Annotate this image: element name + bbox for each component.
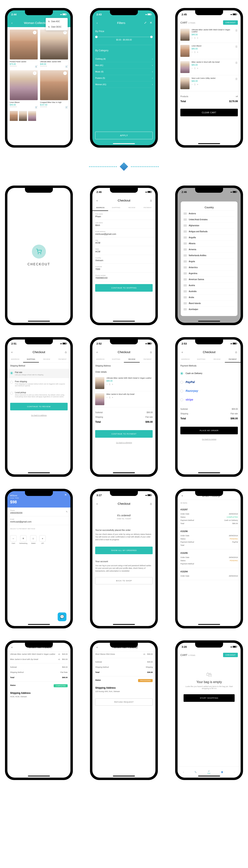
qty-minus[interactable]: − [191, 37, 193, 39]
order-item[interactable]: #15295Order Date26/06/2019StatusPENDINGP… [178, 549, 241, 568]
country-item[interactable]: Australia [184, 288, 235, 294]
nav-home[interactable]: ⌂ [183, 771, 184, 773]
remove-icon[interactable]: 🗑 [235, 29, 238, 41]
phone-field[interactable]: Phone2093209209✎ [7, 507, 70, 516]
refund-button[interactable]: REFUND REQUEST [95, 699, 153, 706]
back-icon[interactable]: ‹ [95, 645, 99, 649]
cart-icon[interactable]: 🛒 [35, 106, 38, 108]
back-to-shop-button[interactable]: BACK TO SHOP [95, 577, 153, 584]
back-icon[interactable]: ‹ [95, 21, 99, 25]
product-card[interactable]: ♡Linen Blazer$40.00★★★★★ 🛒 [10, 70, 38, 108]
country-item[interactable]: Angola [184, 258, 235, 265]
place-order-button[interactable]: PLACE MY ORDER [180, 427, 238, 434]
country-item[interactable]: Argentina [184, 271, 235, 277]
product-card[interactable]: ♡Cropped Biker Mac in High$147.50★★★★★ 🛒 [40, 70, 68, 108]
country-item[interactable]: Aruba [184, 294, 235, 301]
country-item[interactable]: Austria [184, 282, 235, 288]
nav-profile[interactable]: 👤 [221, 771, 223, 773]
state-field[interactable]: StateHCM [92, 246, 155, 255]
country-item[interactable]: Afghanistan [184, 223, 235, 228]
chat-fab[interactable]: 💬 [58, 613, 66, 621]
fav-icon[interactable]: ♡ [63, 31, 67, 34]
remove-icon[interactable]: 🗑 [235, 61, 238, 73]
order-item[interactable]: #15297Order Date26/06/2019StatusCOMPLETE… [178, 506, 241, 528]
remove-icon[interactable]: 🗑 [235, 45, 238, 57]
country-field[interactable]: CountryVietnam [92, 255, 155, 264]
tab-address[interactable]: ADDRESS [92, 205, 108, 211]
back-icon[interactable]: ‹ [95, 198, 99, 202]
country-item[interactable]: Antarctica [184, 265, 235, 271]
fav-icon[interactable]: ♡ [63, 71, 67, 75]
category-item[interactable]: Clothing (4)› [95, 56, 153, 62]
category-item[interactable]: Women (41)› [95, 82, 153, 88]
back-link[interactable]: Go back to shipping [92, 440, 155, 445]
shipping-option[interactable]: Free shippingFree shipping is a special … [7, 378, 70, 389]
start-shopping-button[interactable]: START SHOPPING [184, 694, 235, 702]
phone-field[interactable]: Phone number7000980193 [92, 273, 155, 281]
home-icon[interactable]: ⌂ [64, 350, 68, 354]
payment-option[interactable]: Razorpay [178, 386, 241, 395]
cart-icon[interactable]: 🛒 [65, 106, 68, 108]
firstname-field[interactable]: First namePham [92, 211, 155, 220]
nav-cart[interactable]: 🛒Cart [207, 770, 210, 774]
lastname-field[interactable]: Last nameMinh [92, 220, 155, 228]
payment-option[interactable]: PayPal [178, 378, 241, 386]
tab-review[interactable]: REVIEW [124, 205, 140, 211]
email-field[interactable]: Email addressminhcasi@gmail.com [92, 228, 155, 238]
country-item[interactable]: United Arab Emirates [184, 217, 235, 223]
shipping-option[interactable]: Flat rateLets you charge a fixed rate fo… [7, 369, 70, 378]
expand-icon[interactable]: ⤢ [144, 21, 147, 25]
show-orders-button[interactable]: SHOW ALL MY ORDERED [95, 547, 153, 554]
continue-button[interactable]: CONTINUE TO REVIEW [10, 403, 68, 410]
city-field[interactable]: CityHCM [92, 238, 155, 246]
apply-button[interactable]: APPLY [95, 132, 153, 139]
qty-plus[interactable]: + [197, 37, 198, 39]
home-icon[interactable]: ⌂ [149, 350, 153, 354]
country-item[interactable]: Armenia [184, 247, 235, 253]
continue-button[interactable]: CONTINUE TO SHIPPING [95, 284, 153, 292]
home-icon[interactable]: ⌂ [149, 502, 153, 505]
continue-button[interactable]: CONTINUE TO PAYMENT [95, 430, 153, 438]
country-item[interactable]: Åland Islands [184, 301, 235, 306]
pay-upi[interactable]: ◈UPI [39, 535, 46, 544]
sort-desc[interactable]: ⇅Date DESC [46, 24, 68, 30]
country-item[interactable]: Netherlands Antilles [184, 253, 235, 258]
fav-icon[interactable]: ♡ [33, 71, 36, 75]
back-link[interactable]: Go back to review [178, 437, 241, 441]
fav-icon[interactable]: ♡ [33, 31, 36, 34]
country-item[interactable]: Anguilla [184, 235, 235, 241]
remove-icon[interactable]: 🗑 [235, 77, 238, 89]
back-icon[interactable]: ‹ [10, 21, 14, 25]
checkout-button[interactable]: CHECKOUT [223, 653, 238, 657]
checkout-button[interactable]: CHECKOUT [223, 20, 238, 25]
category-item[interactable]: Music (6)› [95, 69, 153, 75]
back-icon[interactable]: ‹ [10, 350, 14, 354]
postcode-field[interactable]: Postcode7000 [92, 264, 155, 273]
cart-icon[interactable]: 🛒 [65, 65, 68, 68]
pay-card[interactable]: ▭Card [10, 535, 17, 544]
category-item[interactable]: Men (41)› [95, 62, 153, 69]
product-card[interactable]: ♡Ultimate Biker Jacket With$48.00★★★★★ 🛒 [40, 30, 68, 68]
close-icon[interactable]: ✕ [149, 21, 153, 25]
back-icon[interactable]: ‹ [180, 350, 184, 354]
edit-icon[interactable]: ✎ [66, 510, 68, 513]
order-item[interactable]: #15294Order Date26/06/2019 [178, 568, 241, 580]
pay-netbanking[interactable]: 🏛Netbanking [19, 535, 27, 544]
back-icon[interactable]: ‹ [95, 502, 99, 505]
back-icon[interactable]: ‹ [95, 350, 99, 354]
cart-icon[interactable]: 🛒 [35, 65, 38, 68]
email-field[interactable]: Emailminhcasii@gmail.com [7, 516, 70, 525]
price-slider[interactable] [95, 37, 153, 37]
sort-asc[interactable]: ⇅Date ASC [46, 19, 68, 24]
home-icon[interactable]: ⌂ [234, 350, 238, 354]
product-card[interactable]: ♡Printed Panel Jacket$75.00★★★★★ 🛒 [10, 30, 38, 68]
country-item[interactable]: Andorra [184, 211, 235, 217]
pay-wallet[interactable]: ◱Wallet [30, 535, 36, 544]
order-item[interactable]: #15296Order Date26/06/2019StatusPENDINGP… [178, 528, 241, 549]
home-icon[interactable]: ⌂ [149, 198, 153, 202]
back-icon[interactable]: ‹ [180, 494, 184, 497]
country-item[interactable]: Antigua and Barbuda [184, 228, 235, 235]
country-item[interactable]: Albania [184, 241, 235, 247]
nav-search[interactable]: 🔍 [194, 771, 196, 773]
payment-option[interactable]: stripe [178, 395, 241, 404]
